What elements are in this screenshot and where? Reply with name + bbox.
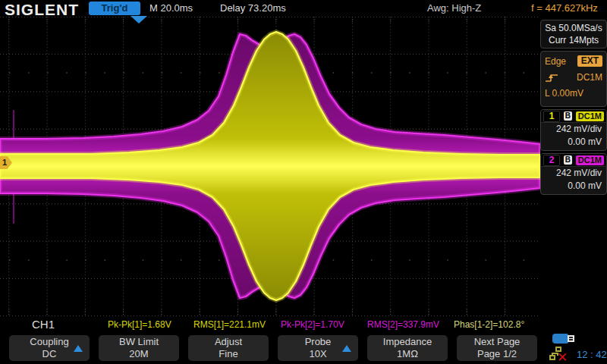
soft-menu-row: Coupling DC BW Limit 20M Adjust Fine Pro… — [0, 334, 607, 364]
measurement-phase12: Phas[1-2]=102.8° — [454, 319, 524, 330]
clock-readout: 12 : 42 — [577, 349, 607, 360]
trigger-coupling: DC1M — [577, 72, 602, 83]
option-arrow-icon — [74, 345, 83, 352]
trigger-info-box[interactable]: Edge EXT DC1M L 0.00mV — [540, 51, 607, 107]
oscilloscope-screen: 1 SIGLENT Trig'd M 20.0ms Delay 73.20ms … — [0, 0, 607, 364]
menu-button-impedance[interactable]: Impedance 1MΩ — [367, 335, 448, 361]
coupling-badge-ch2: DC1M — [576, 155, 604, 165]
timebase-readout: M 20.0ms — [149, 2, 193, 14]
right-sidebar: Sa 50.0MSa/s Curr 14Mpts Edge EXT DC1M L… — [540, 20, 607, 197]
measurement-rms1: RMS[1]=221.1mV — [193, 319, 266, 330]
channel2-info-box[interactable]: 2 B DC1M 242 mV/div 0.00 mV — [540, 153, 607, 195]
channel1-info-box[interactable]: 1 B DC1M 242 mV/div 0.00 mV — [540, 109, 607, 151]
usb-device-icon — [552, 334, 575, 344]
trigger-status-badge: Trig'd — [89, 2, 140, 15]
bw-limit-badge-ch2: B — [564, 155, 572, 165]
menu-button-adjust[interactable]: Adjust Fine — [188, 335, 269, 361]
awg-impedance-readout: Awg: High-Z — [427, 2, 481, 14]
coupling-badge-ch1: DC1M — [576, 111, 604, 121]
measurement-rms2: RMS[2]=337.9mV — [367, 319, 439, 330]
channel1-scale: 242 mV/div — [541, 123, 606, 136]
trigger-delay-marker-icon[interactable] — [131, 16, 147, 24]
option-arrow-icon — [342, 345, 351, 352]
measurements-row: CH1 Pk-Pk[1]=1.68V RMS[1]=221.1mV Pk-Pk[… — [0, 316, 607, 333]
top-status-bar: SIGLENT Trig'd M 20.0ms Delay 73.20ms Aw… — [0, 0, 607, 17]
waveform-display: 1 — [0, 0, 540, 318]
trigger-level: L 0.00mV — [545, 88, 602, 99]
lan-disconnected-icon: ✕ — [549, 347, 569, 362]
memory-depth: Curr 14Mpts — [541, 34, 606, 46]
sample-rate: Sa 50.0MSa/s — [541, 22, 606, 34]
rising-edge-icon — [545, 72, 558, 83]
channel1-number: 1 — [543, 111, 560, 122]
frequency-counter-readout: f = 447.627kHz — [531, 2, 598, 14]
delay-readout: Delay 73.20ms — [220, 2, 286, 14]
channel2-offset: 0.00 mV — [541, 180, 606, 193]
menu-button-coupling[interactable]: Coupling DC — [9, 335, 90, 361]
channel1-offset: 0.00 mV — [541, 136, 606, 149]
measurement-pkpk1: Pk-Pk[1]=1.68V — [108, 319, 171, 330]
channel2-number: 2 — [543, 155, 560, 166]
active-channel-label: CH1 — [32, 318, 55, 331]
channel2-scale: 242 mV/div — [541, 167, 606, 180]
menu-button-bw-limit[interactable]: BW Limit 20M — [99, 335, 179, 361]
acquisition-info-box[interactable]: Sa 50.0MSa/s Curr 14Mpts — [540, 20, 607, 49]
trigger-type: Edge — [545, 56, 566, 67]
measurement-pkpk2: Pk-Pk[2]=1.70V — [281, 319, 344, 330]
graticule-and-traces — [0, 0, 540, 318]
brand-logo: SIGLENT — [5, 1, 79, 19]
menu-button-probe[interactable]: Probe 10X — [278, 335, 358, 361]
menu-button-next-page[interactable]: Next Page Page 1/2 — [457, 335, 537, 361]
bw-limit-badge-ch1: B — [564, 111, 572, 121]
trigger-source-badge: EXT — [577, 55, 602, 67]
